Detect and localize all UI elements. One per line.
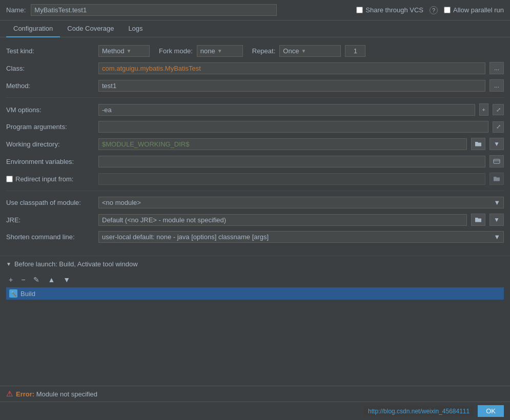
tab-configuration[interactable]: Configuration: [6, 20, 60, 37]
error-text: Error: Module not specified: [16, 390, 97, 398]
jre-controls: ▼: [98, 214, 504, 226]
bottom-link: http://blog.csdn.net/weixin_45684111: [364, 406, 474, 416]
shorten-cmd-arrow: ▼: [494, 233, 500, 241]
build-icon: 🔨: [9, 289, 17, 298]
jre-input[interactable]: [98, 214, 467, 226]
vm-options-input[interactable]: [98, 104, 475, 116]
classpath-label: Use classpath of module:: [6, 199, 98, 206]
redirect-controls: [98, 173, 504, 185]
fork-mode-arrow: ▼: [217, 48, 222, 54]
env-vars-row: Environment variables:: [0, 153, 510, 170]
program-args-expand-button[interactable]: ⤢: [493, 121, 504, 133]
repeat-arrow: ▼: [301, 48, 306, 54]
before-launch-move-up-button[interactable]: ▲: [45, 274, 57, 285]
right-controls: Share through VCS ? Allow parallel run: [356, 6, 504, 14]
redirect-browse-button[interactable]: [489, 173, 504, 185]
env-vars-input[interactable]: [98, 156, 485, 167]
name-input[interactable]: [31, 4, 277, 16]
class-label: Class:: [6, 65, 98, 72]
redirect-folder-icon: [493, 175, 500, 182]
allow-parallel-checkbox[interactable]: [444, 7, 451, 13]
repeat-select[interactable]: Once ▼: [279, 45, 341, 57]
vm-add-button[interactable]: +: [479, 103, 488, 116]
jre-folder-icon: [475, 216, 482, 223]
program-args-label: Program arguments:: [6, 123, 98, 131]
svg-rect-0: [494, 159, 500, 163]
launch-item-build[interactable]: 🔨 Build: [6, 287, 504, 300]
before-launch-remove-button[interactable]: −: [18, 274, 28, 285]
share-vcs-label[interactable]: Share through VCS: [356, 6, 423, 14]
test-kind-select[interactable]: Method ▼: [98, 45, 150, 57]
classpath-arrow: ▼: [494, 199, 500, 206]
error-bold-text: Error:: [16, 390, 34, 398]
method-label: Method:: [6, 82, 98, 90]
config-panel: Test kind: Method ▼ Fork mode: none ▼ Re…: [0, 37, 510, 250]
env-vars-browse-button[interactable]: [489, 155, 504, 167]
vm-options-controls: + ⤢: [98, 103, 504, 116]
working-dir-label: Working directory:: [6, 140, 98, 148]
before-launch-section: ▼ Before launch: Build, Activate tool wi…: [0, 256, 510, 300]
name-label: Name:: [6, 6, 26, 14]
folder-icon: [475, 140, 482, 148]
main-content: Test kind: Method ▼ Fork mode: none ▼ Re…: [0, 37, 510, 386]
working-dir-dropdown-button[interactable]: ▼: [489, 138, 504, 150]
redirect-checkbox[interactable]: [6, 176, 13, 182]
method-controls: ...: [98, 79, 504, 92]
allow-parallel-label[interactable]: Allow parallel run: [444, 6, 504, 14]
share-vcs-checkbox[interactable]: [356, 7, 363, 13]
repeat-count-input[interactable]: [345, 45, 365, 57]
program-args-input[interactable]: [98, 121, 488, 133]
test-kind-controls: Method ▼ Fork mode: none ▼ Repeat: Once …: [98, 45, 504, 57]
tabs-container: Configuration Code Coverage Logs: [0, 20, 510, 37]
help-icon[interactable]: ?: [430, 6, 438, 14]
separator-1: [6, 97, 504, 98]
jre-label: JRE:: [6, 216, 98, 224]
shorten-cmd-row: Shorten command line: user-local default…: [0, 228, 510, 245]
jre-dropdown-button[interactable]: ▼: [489, 214, 504, 226]
class-browse-button[interactable]: ...: [489, 62, 504, 74]
before-launch-move-down-button[interactable]: ▼: [60, 274, 73, 285]
before-launch-list: 🔨 Build: [0, 287, 510, 300]
env-icon: [493, 158, 500, 165]
working-dir-input[interactable]: [98, 138, 467, 150]
tab-logs[interactable]: Logs: [121, 20, 150, 37]
working-dir-row: Working directory: ▼: [0, 135, 510, 153]
test-kind-row: Test kind: Method ▼ Fork mode: none ▼ Re…: [0, 43, 510, 59]
before-launch-header: ▼ Before launch: Build, Activate tool wi…: [0, 256, 510, 272]
vm-expand-button[interactable]: ⤢: [493, 104, 504, 115]
classpath-select[interactable]: <no module> ▼: [98, 197, 504, 208]
redirect-input[interactable]: [98, 173, 485, 185]
before-launch-edit-button[interactable]: ✎: [31, 274, 42, 285]
tab-code-coverage[interactable]: Code Coverage: [60, 20, 121, 37]
method-row: Method: ...: [0, 77, 510, 94]
ok-button[interactable]: OK: [478, 405, 504, 417]
working-dir-browse-button[interactable]: [471, 138, 485, 150]
redirect-spacer: Redirect input from:: [6, 175, 98, 183]
env-vars-label: Environment variables:: [6, 158, 98, 165]
before-launch-toolbar: + − ✎ ▲ ▼: [0, 272, 510, 287]
jre-row: JRE: ▼: [0, 211, 510, 228]
method-input[interactable]: [98, 80, 485, 92]
classpath-controls: <no module> ▼: [98, 197, 504, 208]
before-launch-collapse-icon[interactable]: ▼: [6, 261, 11, 267]
program-args-row: Program arguments: ⤢: [0, 118, 510, 135]
class-controls: ...: [98, 62, 504, 74]
test-kind-label: Test kind:: [6, 47, 98, 55]
error-icon: ⚠: [6, 389, 13, 398]
vm-options-row: VM options: + ⤢: [0, 101, 510, 118]
error-bar: ⚠ Error: Module not specified: [0, 386, 510, 402]
separator-2: [6, 191, 504, 191]
before-launch-add-button[interactable]: +: [6, 274, 15, 285]
vm-options-label: VM options:: [6, 106, 98, 114]
method-browse-button[interactable]: ...: [489, 79, 504, 92]
fork-mode-select[interactable]: none ▼: [197, 45, 243, 57]
class-input[interactable]: [98, 62, 485, 74]
bottom-bar: http://blog.csdn.net/weixin_45684111 OK: [0, 402, 510, 420]
jre-browse-button[interactable]: [471, 214, 485, 226]
classpath-row: Use classpath of module: <no module> ▼: [0, 194, 510, 211]
env-vars-controls: [98, 155, 504, 167]
class-row: Class: ...: [0, 59, 510, 77]
redirect-checkbox-label[interactable]: Redirect input from:: [6, 175, 98, 183]
test-kind-arrow: ▼: [126, 48, 131, 54]
shorten-cmd-select[interactable]: user-local default: none - java [options…: [98, 231, 504, 243]
